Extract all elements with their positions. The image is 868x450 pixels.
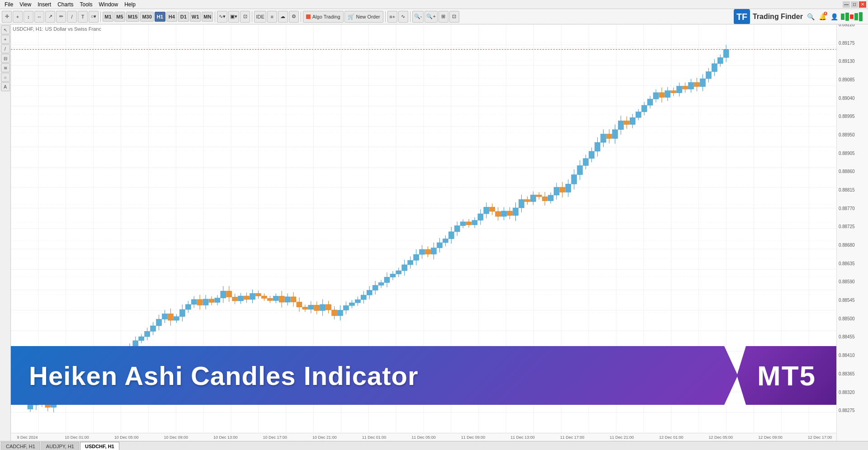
price-axis: 0.892200.891750.891300.890850.890400.889… — [836, 24, 868, 441]
line-tool[interactable]: / — [67, 11, 77, 23]
tf-w1[interactable]: W1 — [190, 12, 201, 22]
minimize-button[interactable]: — — [843, 1, 850, 8]
svg-text:0.88320: 0.88320 — [839, 389, 855, 394]
tab-usdchf[interactable]: USDCHF, H1 — [80, 442, 119, 450]
chart-type-line[interactable]: ∿▾ — [217, 11, 227, 23]
chart-symbol: USDCHF, H1: — [13, 26, 43, 32]
status-bar-3 — [850, 14, 854, 19]
oscillator-button[interactable]: ∿ — [398, 11, 408, 23]
menu-charts[interactable]: Charts — [55, 0, 76, 9]
svg-text:0.88905: 0.88905 — [839, 151, 855, 156]
time-label: 11 Dec 13:00 — [510, 435, 535, 440]
zoom-in-button[interactable]: 🔍+ — [425, 11, 437, 23]
time-label: 10 Dec 01:00 — [65, 435, 89, 440]
time-label: 10 Dec 21:00 — [312, 435, 337, 440]
status-indicators — [841, 12, 863, 21]
fib-tool[interactable]: ≋ — [1, 63, 10, 72]
svg-text:0.89220: 0.89220 — [839, 24, 855, 27]
channel-tool[interactable]: ⊟ — [1, 54, 10, 63]
banner-badge-text: MT5 — [757, 360, 816, 392]
chart-scale[interactable]: ⊡ — [240, 11, 250, 23]
shape-tool[interactable]: ○ — [1, 73, 10, 82]
top-right-icons: 🔍 🔔 4 👤 — [806, 12, 863, 22]
tf-m1[interactable]: M1 — [103, 12, 113, 22]
svg-text:0.88410: 0.88410 — [839, 353, 855, 358]
separator-3 — [252, 11, 252, 22]
banner-title: Heiken Ashi Candles Indicator — [29, 361, 419, 391]
cloud-button[interactable]: ☁ — [278, 11, 288, 23]
line-draw-tool[interactable]: / — [1, 44, 10, 53]
crosshair-tool-side[interactable]: + — [1, 35, 10, 44]
time-label: 10 Dec 13:00 — [213, 435, 238, 440]
symbol-info: USDCHF, H1: US Dollar vs Swiss Franc — [13, 26, 101, 32]
svg-text:0.88770: 0.88770 — [839, 206, 855, 211]
shapes-tool[interactable]: ○▾ — [89, 11, 99, 23]
zoom-tool[interactable]: ↔ — [34, 11, 44, 23]
indicators-button[interactable]: ≡+ — [387, 11, 397, 23]
svg-text:0.88500: 0.88500 — [839, 316, 855, 321]
tf-m5[interactable]: M5 — [114, 12, 125, 22]
algo-trading-button[interactable]: Algo Trading — [303, 11, 344, 23]
time-label: 11 Dec 21:00 — [609, 435, 634, 440]
separator-5 — [385, 11, 386, 22]
menu-bar: File View Insert Charts Tools Window Hel… — [0, 0, 868, 9]
time-label: 12 Dec 05:00 — [709, 435, 733, 440]
left-toolbox: ↖ + / ⊟ ≋ ○ A — [0, 24, 11, 441]
menu-help[interactable]: Help — [122, 0, 138, 9]
status-bar-2 — [845, 13, 849, 21]
new-order-button[interactable]: 🛒 New Order — [344, 11, 383, 23]
zoom-out-button[interactable]: 🔍- — [412, 11, 424, 23]
menu-file[interactable]: File — [2, 0, 16, 9]
add-tool[interactable]: + — [13, 11, 23, 23]
logo-text: Trading Finder — [753, 13, 803, 21]
tab-audjpy[interactable]: AUDJPY, H1 — [41, 442, 79, 450]
logo-area: TF Trading Finder 🔍 🔔 4 👤 — [734, 9, 866, 24]
time-label: 12 Dec 09:00 — [758, 435, 783, 440]
svg-text:0.88995: 0.88995 — [839, 114, 855, 119]
main-chart[interactable]: USDCHF, H1: US Dollar vs Swiss Franc Hei… — [11, 24, 836, 441]
tf-h1[interactable]: H1 — [155, 12, 165, 22]
text-tool[interactable]: T — [78, 11, 88, 23]
crosshair-tool[interactable]: ✛ — [2, 11, 12, 23]
grid-button[interactable]: ⊞ — [439, 11, 448, 23]
time-label: 11 Dec 17:00 — [560, 435, 585, 440]
menu-view[interactable]: View — [17, 0, 34, 9]
bottom-tabs: CADCHF, H1 AUDJPY, H1 USDCHF, H1 — [0, 441, 868, 450]
pen-tool[interactable]: ✏ — [56, 11, 66, 23]
user-icon[interactable]: 👤 — [829, 12, 839, 22]
banner-main: Heiken Ashi Candles Indicator — [11, 346, 738, 405]
status-bar-4 — [854, 13, 858, 20]
svg-text:0.88680: 0.88680 — [839, 243, 855, 248]
svg-text:0.88950: 0.88950 — [839, 132, 855, 137]
move-tool[interactable]: ↕ — [24, 11, 33, 23]
logo-icon: TF — [734, 9, 750, 24]
menu-tools[interactable]: Tools — [77, 0, 95, 9]
svg-text:TF: TF — [736, 12, 747, 22]
search-icon[interactable]: 🔍 — [806, 12, 816, 22]
settings-button[interactable]: ⚙ — [289, 11, 299, 23]
notification-bell[interactable]: 🔔 4 — [817, 12, 827, 22]
separator-6 — [410, 11, 410, 22]
tf-m15[interactable]: M15 — [126, 12, 139, 22]
tab-cadchf[interactable]: CADCHF, H1 — [1, 442, 40, 450]
menu-window[interactable]: Window — [96, 0, 121, 9]
strategy-tester[interactable]: ≡ — [267, 11, 277, 23]
text-tool-side[interactable]: A — [1, 82, 10, 91]
chart-color[interactable]: ▣▾ — [228, 11, 239, 23]
menu-insert[interactable]: Insert — [35, 0, 54, 9]
chart-container: ↖ + / ⊟ ≋ ○ A USDCHF, H1: US Dollar vs S… — [0, 24, 868, 441]
maximize-button[interactable]: □ — [851, 1, 858, 8]
tf-m30[interactable]: M30 — [140, 12, 153, 22]
cursor-tool[interactable]: ↖ — [1, 25, 10, 34]
ide-button[interactable]: IDE — [254, 11, 266, 23]
status-bar-1 — [841, 14, 844, 20]
tf-d1[interactable]: D1 — [178, 12, 189, 22]
close-button[interactable]: ✕ — [859, 1, 866, 8]
tf-h4[interactable]: H4 — [166, 12, 177, 22]
time-label: 11 Dec 09:00 — [461, 435, 486, 440]
tf-mn[interactable]: MN — [202, 12, 213, 22]
svg-text:0.89130: 0.89130 — [839, 59, 855, 64]
draw-tool[interactable]: ↗ — [45, 11, 55, 23]
svg-text:0.88635: 0.88635 — [839, 261, 855, 266]
chart-shift-button[interactable]: ⊡ — [449, 11, 459, 23]
